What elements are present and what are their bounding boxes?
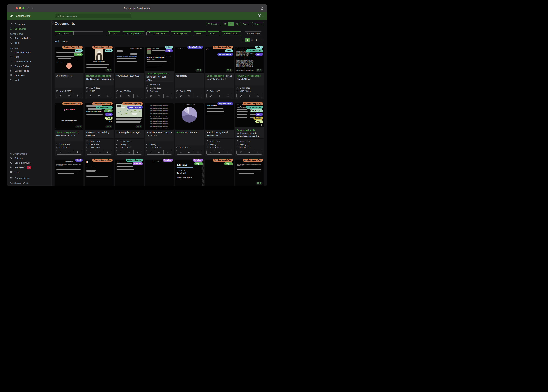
document-thumbnail-area[interactable]: Contact Sheet DemoJust another tagNewOne	[115, 160, 144, 186]
document-title[interactable]: Sonstige ScanPC2022 03-24_081058	[145, 130, 174, 142]
tag-pill[interactable]: Inbox	[225, 49, 233, 52]
document-card[interactable]: InDesign Scripting DocumentationAnother …	[85, 103, 114, 156]
tag-pill[interactable]: Tag 12	[104, 109, 113, 112]
tag-pill[interactable]: Inbox	[75, 49, 83, 52]
document-card[interactable]: Patient BP Distribution 2011Private: 201…	[175, 103, 204, 156]
tag-pill[interactable]: Tag 2	[255, 53, 263, 56]
download-document-button[interactable]	[164, 94, 172, 98]
edit-document-button[interactable]	[237, 94, 245, 98]
edit-document-button[interactable]	[207, 94, 215, 98]
document-card[interactable]: Review of Arbitral Awards Shows Swift Re…	[235, 103, 264, 156]
tag-pill[interactable]: Tag 2	[165, 49, 173, 52]
document-thumbnail-area[interactable]: ✿ BANK OF SCOTLAND2,0 % p. a. auf Ihr Ta…	[115, 47, 144, 73]
filter-document-type-dropdown[interactable]: Document type	[146, 31, 169, 35]
document-thumbnail-area[interactable]: This is a multi page document. Page 1.Ne…	[145, 160, 174, 186]
sidebar-item-recently-added[interactable]: Recently Added	[7, 36, 51, 41]
document-title[interactable]: tablerates2	[175, 73, 204, 88]
tag-pill[interactable]: Another Sample Tag	[213, 46, 233, 49]
document-card[interactable]: MEDICALTEACHERMedical TeacherHas the new…	[145, 47, 174, 99]
view-document-button[interactable]	[245, 150, 254, 154]
document-thumbnail-area[interactable]: This is a test…Another Sample TagTag 12	[205, 160, 234, 186]
edit-document-button[interactable]	[237, 150, 245, 154]
tag-pill[interactable]: NewOne	[132, 162, 143, 165]
sidebar-item-tags[interactable]: Tags	[7, 55, 51, 59]
document-title[interactable]: Test Correspondent 1: [paperless] test p…	[145, 71, 174, 82]
document-thumbnail-area[interactable]: MEDICALTEACHERMedical TeacherHas the new…	[145, 47, 174, 71]
view-mode-detail[interactable]	[234, 22, 239, 26]
tag-pill[interactable]: Tag 3	[105, 117, 113, 119]
sidebar-item-custom-fields[interactable]: Custom Fields	[7, 68, 51, 73]
tag-pill[interactable]: Just another tag	[246, 106, 263, 109]
correspondent-link[interactable]: Private	[176, 131, 184, 133]
filter-permissions-dropdown[interactable]: Permissions	[221, 31, 242, 35]
tag-pill[interactable]: Just another tag	[246, 49, 263, 52]
filter-created-dropdown[interactable]: Created	[193, 31, 206, 35]
correspondent-link[interactable]: Correspondent 9	[207, 75, 224, 77]
document-thumbnail-area[interactable]: Patient BP Distribution 2011	[175, 103, 204, 130]
edit-document-button[interactable]	[146, 94, 155, 98]
view-document-button[interactable]	[155, 94, 164, 98]
sidebar-item-inbox[interactable]: Inbox	[7, 41, 51, 45]
reset-filters-button[interactable]: Reset filters	[245, 31, 262, 35]
tag-pill[interactable]: Inbox	[255, 46, 263, 49]
edit-document-button[interactable]	[146, 150, 155, 154]
sidebar-item-mail[interactable]: Mail	[7, 78, 51, 82]
document-card[interactable]: ✿ BANK OF SCOTLAND2,0 % p. a. auf Ihr Ta…	[115, 47, 144, 99]
document-title[interactable]: Private: 2011 BP Pie 2	[175, 130, 204, 145]
download-document-button[interactable]	[224, 150, 232, 154]
edit-document-button[interactable]	[176, 94, 185, 98]
document-card[interactable]: The SATPracticeTest #1Make time to take …	[175, 160, 204, 186]
tag-pill[interactable]: TagWithPartial	[217, 53, 233, 56]
tag-pill[interactable]: Another Sample Tag	[92, 159, 113, 162]
search-box[interactable]	[55, 14, 131, 18]
document-card[interactable]: This is a test…Another Sample TagTag 12	[205, 160, 234, 186]
document-thumbnail-area[interactable]: InDesign Scripting DocumentationAnother …	[85, 103, 114, 130]
edit-document-button[interactable]	[176, 150, 185, 154]
views-button[interactable]: Views	[252, 22, 264, 26]
view-document-button[interactable]	[215, 150, 224, 154]
view-document-button[interactable]	[65, 150, 73, 154]
tag-pill[interactable]: NewOne	[193, 159, 203, 162]
download-document-button[interactable]	[103, 150, 112, 154]
document-card[interactable]: Lorem ipsumLorem ipsum dolor sit amet, c…	[55, 160, 83, 186]
sidebar-item-users-groups[interactable]: Users & Groups	[7, 161, 51, 165]
tag-pill[interactable]: Tag 2	[255, 113, 263, 116]
view-mode-grid[interactable]	[228, 22, 234, 26]
view-document-button[interactable]	[185, 94, 194, 98]
download-document-button[interactable]	[73, 150, 82, 154]
download-document-button[interactable]	[134, 94, 142, 98]
filter-tags-dropdown[interactable]: Tags	[107, 31, 121, 35]
document-card[interactable]: This is a test for the double space char…	[145, 103, 174, 156]
tag-pill[interactable]: TagWithPartial	[127, 106, 143, 109]
download-document-button[interactable]	[254, 94, 262, 98]
view-document-button[interactable]	[125, 150, 133, 154]
document-thumbnail-area[interactable]: Review of Arbitral Awards Shows Swift Re…	[235, 103, 264, 127]
document-thumbnail-area[interactable]: CyberPowerPowerPanel® Business EditionUs…	[55, 103, 83, 130]
pagination-prev[interactable]: «	[240, 38, 245, 42]
document-card[interactable]: Contact Sheet DemoJust another tagNewOne	[115, 160, 144, 186]
edit-document-button[interactable]	[86, 94, 95, 98]
pagination-next[interactable]: »	[259, 38, 264, 42]
tag-pill[interactable]: Another Sample Tag	[213, 159, 233, 162]
document-card[interactable]: Country,Region/State,"…TagWithPartial1ta…	[175, 47, 204, 99]
document-title[interactable]: Newest Correspondent: H7_Napoleon_Bonapa…	[85, 73, 114, 85]
download-document-button[interactable]	[224, 94, 232, 98]
pagination-page-2[interactable]: 2	[250, 38, 254, 42]
document-card[interactable]: French Country BreadTagWithPartialFrench…	[205, 103, 234, 156]
pagination-page-1[interactable]: 1	[245, 38, 250, 42]
sidebar-item-settings[interactable]: Settings	[7, 156, 51, 161]
sort-button[interactable]: Sort	[241, 22, 251, 26]
sidebar-item-logs[interactable]: Logs	[7, 170, 51, 174]
document-title[interactable]: Test Correspondent 1: UM_PPBE_en_v29	[55, 130, 83, 142]
tag-pill[interactable]: Tag 2	[105, 113, 113, 116]
sidebar-item-file-tasks[interactable]: File Tasks16	[7, 165, 51, 170]
tag-pill[interactable]: Inbox	[165, 46, 173, 49]
document-title[interactable]: 2sample-pdf-with-images	[115, 130, 144, 139]
sidebar-item-dashboard[interactable]: Dashboard	[7, 22, 51, 27]
sidebar-item-documentation[interactable]: Documentation	[7, 176, 51, 181]
tag-pill[interactable]: Another Sample Tag	[243, 102, 263, 105]
sidebar-item-documents[interactable]: Documents	[7, 27, 51, 31]
tag-pill[interactable]: Inbox	[105, 49, 113, 52]
document-title[interactable]: Just another test	[55, 73, 83, 88]
tag-pill[interactable]: Another Sample Tag	[62, 102, 83, 105]
